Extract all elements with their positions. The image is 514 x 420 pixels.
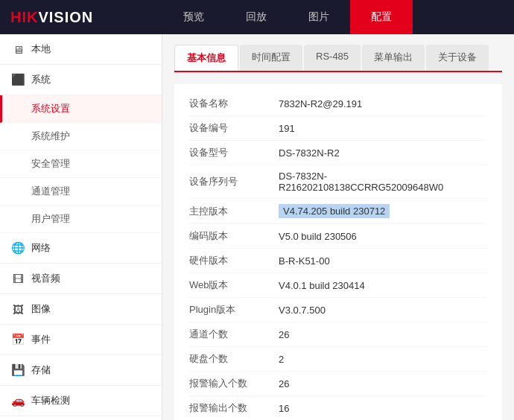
sidebar-item-system[interactable]: ⬛系统 bbox=[0, 65, 162, 95]
sidebar-label-network: 网络 bbox=[31, 241, 51, 255]
form-value: 2 bbox=[279, 354, 284, 365]
sidebar-item-local[interactable]: 🖥本地 bbox=[0, 34, 162, 65]
sidebar-label-av: 视音频 bbox=[31, 272, 60, 285]
sidebar-item-event[interactable]: 📅事件 bbox=[0, 325, 162, 355]
form-value: V4.0.1 build 230414 bbox=[279, 280, 365, 291]
tab-about[interactable]: 关于设备 bbox=[426, 45, 489, 71]
form-row: 编码版本V5.0 build 230506 bbox=[189, 224, 487, 249]
sidebar-item-sys-settings[interactable]: 系统设置 bbox=[0, 95, 162, 123]
sidebar: 🖥本地⬛系统系统设置系统维护安全管理通道管理用户管理🌐网络🎞视音频🖼图像📅事件💾… bbox=[0, 34, 162, 420]
sidebar-item-channel[interactable]: 通道管理 bbox=[0, 178, 162, 206]
form-row: 硬件版本B-R-K51-00 bbox=[189, 249, 487, 273]
sidebar-label-image: 图像 bbox=[31, 302, 51, 316]
form-value: V4.74.205 build 230712 bbox=[279, 204, 390, 218]
sidebar-item-network[interactable]: 🌐网络 bbox=[0, 233, 162, 264]
sidebar-label-user: 用户管理 bbox=[31, 212, 70, 226]
form-value: 16 bbox=[279, 403, 289, 414]
sidebar-label-event: 事件 bbox=[31, 333, 51, 346]
nav-item-picture[interactable]: 图片 bbox=[288, 0, 350, 34]
form-row: 硬盘个数2 bbox=[189, 347, 487, 372]
form-value: V5.0 build 230506 bbox=[279, 231, 357, 242]
sidebar-label-sys-settings: 系统设置 bbox=[31, 102, 70, 115]
network-icon: 🌐 bbox=[10, 241, 25, 255]
storage-icon: 💾 bbox=[10, 363, 25, 378]
form-label: 硬盘个数 bbox=[189, 352, 279, 366]
system-icon: ⬛ bbox=[10, 72, 25, 87]
form-label: 设备名称 bbox=[189, 97, 279, 110]
sidebar-item-user[interactable]: 用户管理 bbox=[0, 206, 162, 233]
form-area: 设备名称7832N-R2@29.191设备编号191设备型号DS-7832N-R… bbox=[174, 84, 502, 420]
main-layout: 🖥本地⬛系统系统设置系统维护安全管理通道管理用户管理🌐网络🎞视音频🖼图像📅事件💾… bbox=[0, 34, 514, 420]
form-value: V3.0.7.500 bbox=[279, 305, 326, 316]
logo-hik: HIK bbox=[10, 9, 38, 25]
nav-item-preview[interactable]: 预览 bbox=[162, 0, 225, 34]
form-label: 报警输出个数 bbox=[189, 401, 279, 415]
nav-item-playback[interactable]: 回放 bbox=[225, 0, 288, 34]
form-label: 设备编号 bbox=[189, 121, 279, 135]
sidebar-label-local: 本地 bbox=[31, 42, 51, 56]
vehicle-icon: 🚗 bbox=[10, 393, 25, 408]
sidebar-label-channel: 通道管理 bbox=[31, 185, 70, 198]
form-value: 26 bbox=[279, 378, 289, 389]
content-area: 基本信息时间配置RS-485菜单输出关于设备 设备名称7832N-R2@29.1… bbox=[162, 34, 514, 420]
form-label: 报警输入个数 bbox=[189, 377, 279, 390]
form-row: 设备名称7832N-R2@29.191 bbox=[189, 92, 487, 116]
sidebar-label-security: 安全管理 bbox=[31, 157, 70, 171]
form-label: 编码版本 bbox=[189, 229, 279, 243]
form-row: 设备序列号DS-7832N-R216202108138CCRRG52009648… bbox=[189, 165, 487, 199]
nav-items: 预览回放图片配置 bbox=[162, 0, 514, 34]
form-row: 报警输入个数26 bbox=[189, 372, 487, 396]
nav-item-config[interactable]: 配置 bbox=[350, 0, 413, 34]
form-row: 报警输出个数16 bbox=[189, 396, 487, 420]
tab-rs485[interactable]: RS-485 bbox=[304, 45, 361, 71]
form-value: DS-7832N-R216202108138CCRRG52009648W0 bbox=[279, 171, 487, 193]
form-row: 通道个数26 bbox=[189, 322, 487, 347]
event-icon: 📅 bbox=[10, 332, 25, 347]
sidebar-item-sys-maintain[interactable]: 系统维护 bbox=[0, 123, 162, 150]
form-label: Plugin版本 bbox=[189, 303, 279, 316]
form-value: 26 bbox=[279, 329, 289, 340]
form-value: 191 bbox=[279, 123, 295, 134]
logo: HIKVISION bbox=[0, 0, 162, 34]
tab-bar: 基本信息时间配置RS-485菜单输出关于设备 bbox=[174, 45, 502, 72]
form-label: 设备序列号 bbox=[189, 175, 279, 188]
tab-time[interactable]: 时间配置 bbox=[240, 45, 302, 71]
sidebar-label-system: 系统 bbox=[31, 73, 51, 86]
form-label: 硬件版本 bbox=[189, 254, 279, 267]
logo-vision: VISION bbox=[38, 9, 93, 25]
sidebar-label-sys-maintain: 系统维护 bbox=[31, 130, 70, 143]
local-icon: 🖥 bbox=[10, 42, 25, 57]
form-row: Web版本V4.0.1 build 230414 bbox=[189, 273, 487, 298]
sidebar-label-storage: 存储 bbox=[31, 363, 51, 377]
top-nav: HIKVISION 预览回放图片配置 bbox=[0, 0, 514, 34]
form-row: Plugin版本V3.0.7.500 bbox=[189, 298, 487, 322]
av-icon: 🎞 bbox=[10, 271, 25, 286]
form-label: 设备型号 bbox=[189, 146, 279, 159]
form-row: 设备型号DS-7832N-R2 bbox=[189, 141, 487, 165]
form-label: 主控版本 bbox=[189, 205, 279, 218]
sidebar-item-security[interactable]: 安全管理 bbox=[0, 150, 162, 178]
sidebar-item-vehicle[interactable]: 🚗车辆检测 bbox=[0, 386, 162, 416]
tab-basic[interactable]: 基本信息 bbox=[174, 45, 238, 71]
image-icon: 🖼 bbox=[10, 302, 25, 316]
form-label: 通道个数 bbox=[189, 328, 279, 341]
form-row: 设备编号191 bbox=[189, 116, 487, 141]
form-label: Web版本 bbox=[189, 279, 279, 292]
form-row: 主控版本V4.74.205 build 230712 bbox=[189, 199, 487, 224]
sidebar-item-smart[interactable]: ⚙智能分析 bbox=[0, 416, 162, 420]
sidebar-label-vehicle: 车辆检测 bbox=[31, 394, 70, 407]
sidebar-item-image[interactable]: 🖼图像 bbox=[0, 294, 162, 325]
sidebar-item-storage[interactable]: 💾存储 bbox=[0, 355, 162, 386]
form-value: B-R-K51-00 bbox=[279, 255, 330, 267]
form-value: DS-7832N-R2 bbox=[279, 147, 340, 159]
sidebar-item-av[interactable]: 🎞视音频 bbox=[0, 264, 162, 294]
tab-menu[interactable]: 菜单输出 bbox=[362, 45, 425, 71]
form-value: 7832N-R2@29.191 bbox=[279, 98, 362, 109]
